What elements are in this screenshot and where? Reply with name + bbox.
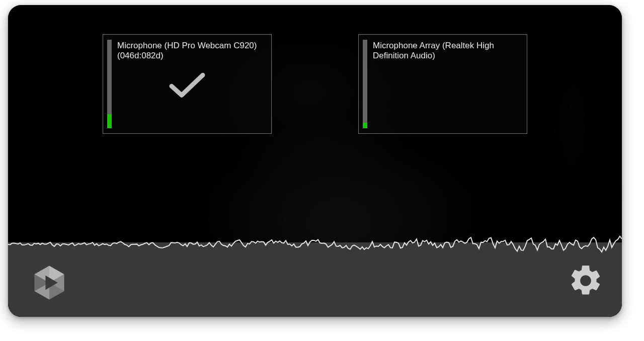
mic-option-realtek[interactable]: Microphone Array (Realtek High Definitio… xyxy=(358,34,527,134)
microphone-picker: Microphone (HD Pro Webcam C920) (046d:08… xyxy=(8,34,622,134)
mic-level-meter xyxy=(107,40,112,128)
checkmark-icon xyxy=(169,72,206,99)
mic-option-label: Microphone Array (Realtek High Definitio… xyxy=(373,41,521,61)
mic-level-fill xyxy=(107,114,112,128)
gear-icon xyxy=(568,263,604,299)
mic-option-webcam[interactable]: Microphone (HD Pro Webcam C920) (046d:08… xyxy=(103,34,272,134)
mic-option-label: Microphone (HD Pro Webcam C920) (046d:08… xyxy=(117,41,265,61)
mic-level-fill xyxy=(363,123,367,128)
clipchamp-logo-icon xyxy=(28,262,70,304)
recorder-window: Microphone (HD Pro Webcam C920) (046d:08… xyxy=(8,5,622,317)
settings-button[interactable] xyxy=(568,263,604,299)
bottom-bar xyxy=(8,242,622,317)
mic-level-meter xyxy=(363,40,367,128)
